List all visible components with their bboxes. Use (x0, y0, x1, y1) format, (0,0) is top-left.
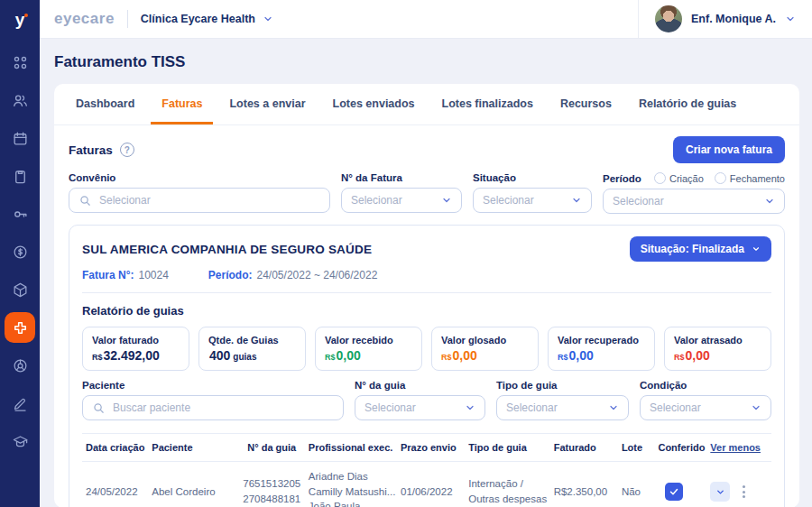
table-row: 24/05/2022 Abel Cordeiro 7651513205 2708… (82, 462, 771, 507)
paciente-input[interactable] (113, 401, 334, 414)
numero-guia-label: N° da guia (355, 380, 485, 391)
chevron-down-icon (263, 14, 273, 24)
filter-numero-guia: N° da guia Selecionar (355, 380, 485, 420)
invoice-period: Período:24/05/2022 ~ 24/06/2022 (208, 269, 377, 281)
situacao-select[interactable]: Selecionar (473, 188, 592, 213)
radio-icon (715, 172, 726, 184)
clinic-selector[interactable]: Clínica Eycare Health (141, 13, 273, 25)
cell-data-criacao: 24/05/2022 (86, 486, 152, 497)
condicao-label: Condição (640, 380, 771, 391)
filter-tipo-guia: Tipo de guia Selecionar (496, 380, 629, 420)
sidebar-item-patients[interactable] (5, 85, 35, 115)
section-title: Faturas (69, 143, 113, 157)
sidebar-item-tiss-billing[interactable] (5, 312, 35, 343)
cell-tipo-guia: Internação / Outras despesas (468, 476, 553, 506)
filter-numero-fatura: N° da Fatura Selecionar (341, 172, 462, 214)
convenio-search-field[interactable] (69, 188, 330, 213)
invoice-card: SUL AMERICA COMPANHIA DE SEGURO SAÚDE Si… (69, 225, 785, 507)
cell-conferido (658, 483, 710, 501)
chevron-down-icon (785, 14, 796, 24)
sidebar-item-dashboard[interactable] (5, 47, 35, 78)
periodo-select[interactable]: Selecionar (603, 189, 785, 214)
ver-menos-link[interactable]: Ver menos (710, 442, 768, 453)
panel-body: Faturas ? Criar nova fatura Convênio N° … (54, 125, 799, 507)
table-header: Data criação Paciente N° da guia Profiss… (82, 433, 771, 462)
numero-guia-select[interactable]: Selecionar (355, 395, 485, 420)
sidebar-nav (0, 39, 40, 464)
cell-faturado: R$2.350,00 (554, 486, 622, 497)
check-icon (669, 486, 679, 497)
conferido-checkbox[interactable] (665, 483, 683, 501)
filter-periodo: Período Criação Fechamento Selecionar (603, 172, 785, 214)
insurer-name: SUL AMERICA COMPANHIA DE SEGURO SAÚDE (82, 243, 372, 256)
filter-convenio: Convênio (69, 172, 330, 214)
sidebar-item-inventory[interactable] (5, 274, 35, 305)
users-icon (12, 92, 29, 109)
report-title: Relatório de guias (82, 304, 771, 318)
chevron-down-icon (608, 402, 619, 413)
stat-valor-glosado: Valor glosado R$0,00 (431, 327, 539, 371)
tab-lotes-a-enviar[interactable]: Lotes a enviar (218, 84, 316, 124)
graduation-cap-icon (12, 433, 29, 450)
faturas-toolbar: Faturas ? Criar nova fatura (69, 136, 785, 163)
content-panel: Dashboard Faturas Lotes a enviar Lotes e… (54, 84, 799, 507)
app-logo[interactable]: y (0, 0, 40, 39)
filter-condicao: Condição Selecionar (640, 380, 771, 420)
sidebar-item-operations[interactable] (5, 350, 35, 381)
numero-fatura-select[interactable]: Selecionar (341, 188, 462, 213)
invoice-number: Fatura N°:10024 (82, 269, 169, 281)
sidebar-item-agenda[interactable] (5, 123, 35, 153)
invoice-meta: Fatura N°:10024 Período:24/05/2022 ~ 24/… (82, 269, 771, 281)
main-content: Faturamento TISS Dashboard Faturas Lotes… (40, 39, 812, 507)
tab-lotes-finalizados[interactable]: Lotes finalizados (431, 84, 544, 124)
stat-valor-recuperado: Valor recuperado R$0,00 (548, 327, 655, 371)
cell-prazo-envio: 01/06/2022 (401, 486, 468, 497)
cell-numero-guia: 7651513205 2708488181 (239, 476, 309, 506)
sidebar-item-exams[interactable] (5, 388, 35, 419)
paciente-label: Paciente (82, 380, 344, 391)
radio-icon (654, 172, 666, 184)
sidebar: y (0, 0, 40, 507)
cube-icon (12, 281, 29, 299)
tab-lotes-enviados[interactable]: Lotes enviados (322, 84, 426, 124)
chevron-down-icon (764, 196, 775, 207)
tipo-guia-label: Tipo de guia (496, 380, 629, 391)
pencil-icon (12, 395, 29, 412)
filter-paciente: Paciente (82, 380, 344, 420)
help-icon[interactable]: ? (120, 143, 134, 157)
brand-wordmark: eyecare (54, 10, 115, 28)
tab-relatorio-de-guias[interactable]: Relatório de guias (628, 84, 747, 124)
divider (82, 292, 771, 293)
guides-table: Data criação Paciente N° da guia Profiss… (82, 433, 771, 507)
sidebar-item-academy[interactable] (5, 426, 35, 456)
search-icon (92, 401, 106, 415)
paciente-search-field[interactable] (82, 395, 344, 420)
sidebar-item-records[interactable] (5, 161, 35, 191)
chevron-down-icon (441, 195, 452, 206)
chevron-down-icon (752, 244, 761, 254)
dollar-circle-icon (12, 244, 29, 261)
user-menu[interactable]: Enf. Monique A. (638, 0, 812, 38)
convenio-label: Convênio (69, 172, 330, 183)
cell-actions (710, 482, 768, 502)
cell-profissional: Ariadne Dias Camilly Matsushi... João Pa… (309, 469, 401, 507)
calendar-icon (12, 130, 29, 147)
tab-dashboard[interactable]: Dashboard (65, 84, 145, 124)
tab-bar: Dashboard Faturas Lotes a enviar Lotes e… (54, 84, 799, 125)
radio-criacao[interactable]: Criação (654, 172, 704, 184)
create-invoice-button[interactable]: Criar nova fatura (673, 136, 785, 163)
tab-recursos[interactable]: Recursos (549, 84, 623, 124)
expand-row-button[interactable] (710, 482, 730, 502)
tab-faturas[interactable]: Faturas (151, 84, 213, 124)
sidebar-item-financial[interactable] (5, 236, 35, 267)
stat-qtde-guias: Qtde. de Guias 400guias (198, 327, 306, 371)
row-menu-button[interactable] (741, 484, 747, 500)
numero-fatura-label: N° da Fatura (341, 172, 462, 183)
convenio-input[interactable] (99, 194, 320, 207)
condicao-select[interactable]: Selecionar (640, 395, 771, 420)
tipo-guia-select[interactable]: Selecionar (496, 395, 629, 420)
avatar (655, 5, 682, 32)
sidebar-item-access[interactable] (5, 198, 35, 229)
status-dropdown-button[interactable]: Situação: Finalizada (630, 236, 771, 262)
radio-fechamento[interactable]: Fechamento (715, 172, 785, 184)
